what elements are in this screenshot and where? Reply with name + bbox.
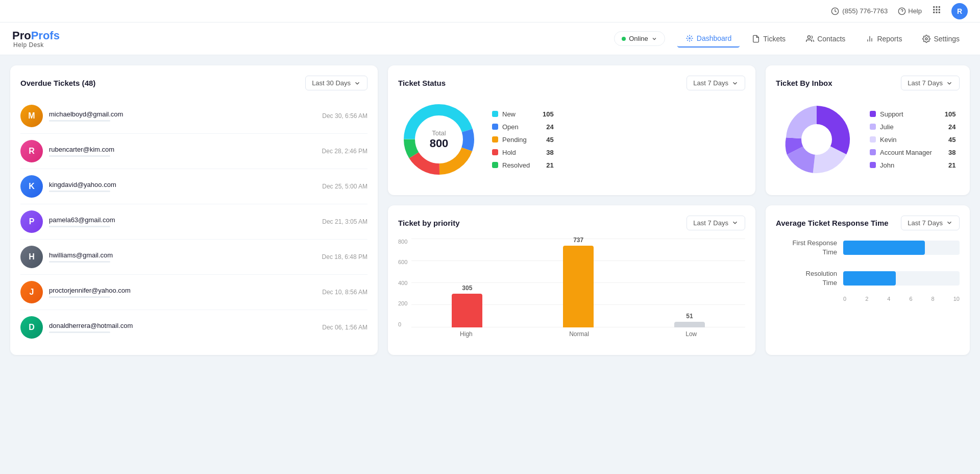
avg-response-header: Average Ticket Response Time Last 7 Days — [776, 216, 960, 230]
ticket-time: Dec 25, 5:00 AM — [322, 183, 368, 190]
user-avatar[interactable]: R — [951, 3, 968, 19]
legend-value: 38 — [948, 149, 955, 156]
chevron-down-icon — [946, 80, 953, 87]
overdue-tickets-header: Overdue Tickets (48) Last 30 Days — [20, 76, 368, 90]
ticket-inbox-filter[interactable]: Last 7 Days — [901, 76, 960, 90]
phone-info: (855) 776-7763 — [831, 7, 888, 15]
legend-label: Open — [502, 123, 519, 131]
ticket-status-title: Ticket Status — [398, 79, 446, 87]
ticket-item[interactable]: R rubencarter@kim.com Dec 28, 2:46 PM — [20, 134, 368, 169]
svg-point-12 — [689, 37, 690, 39]
overdue-tickets-card: Overdue Tickets (48) Last 30 Days M mich… — [10, 65, 378, 355]
ticket-time: Dec 21, 3:05 AM — [322, 218, 368, 225]
legend-left: Open — [492, 123, 519, 131]
ticket-inbox-pie-section: Support 105 Julie 24 Kevin 45 Account Ma… — [776, 99, 960, 180]
svg-rect-5 — [939, 6, 940, 8]
legend-dot — [492, 162, 498, 168]
legend-left: Resolved — [492, 161, 530, 169]
bar-label: High — [460, 330, 473, 338]
svg-point-13 — [807, 36, 810, 38]
y-axis: 0 200 400 600 800 — [398, 239, 411, 341]
legend-value: 45 — [948, 136, 955, 144]
help-link[interactable]: Help — [898, 7, 922, 15]
dashboard-main: Ticket Status Last 7 Days — [0, 55, 980, 365]
ticket-inbox-card: Ticket By Inbox Last 7 Days — [766, 65, 970, 195]
ticket-time: Dec 10, 8:56 AM — [322, 289, 368, 296]
ticket-status-filter[interactable]: Last 7 Days — [687, 76, 745, 90]
chevron-down-icon — [354, 80, 361, 87]
ticket-item[interactable]: D donaldherrera@hotmail.com Dec 06, 1:56… — [20, 310, 368, 345]
nav-tickets[interactable]: Tickets — [744, 31, 794, 47]
bar-item: 737 — [563, 236, 594, 327]
x-axis: 0 2 4 6 8 10 — [843, 296, 960, 302]
legend-left: John — [870, 161, 894, 169]
nav-contacts-label: Contacts — [817, 35, 845, 43]
nav-dashboard[interactable]: Dashboard — [677, 30, 740, 48]
logo-profs: Profs — [31, 29, 60, 42]
nav-contacts[interactable]: Contacts — [798, 31, 853, 47]
pie-chart — [776, 99, 857, 180]
legend-dot — [492, 111, 498, 117]
bar — [674, 322, 705, 327]
bar-item: 51 — [674, 313, 705, 327]
status-label: Online — [629, 35, 648, 42]
legend-dot — [492, 136, 498, 143]
ticket-status-header: Ticket Status Last 7 Days — [398, 76, 745, 90]
avatar-face: K — [20, 175, 43, 198]
ticket-inbox-filter-label: Last 7 Days — [908, 79, 943, 87]
ticket-status-donut-section: Total 800 New 105 Open 24 Pending 45 — [398, 99, 745, 180]
bar-label: Low — [685, 330, 697, 338]
ticket-priority-filter[interactable]: Last 7 Days — [687, 216, 745, 230]
legend-left: Account Manager — [870, 149, 932, 156]
reports-icon — [866, 35, 874, 43]
legend-value: 45 — [546, 136, 553, 144]
legend-dot — [492, 124, 498, 130]
overdue-filter[interactable]: Last 30 Days — [305, 76, 368, 90]
ticket-priority-header: Ticket by priority Last 7 Days — [398, 216, 745, 230]
nav-settings[interactable]: Settings — [914, 31, 968, 47]
ticket-priority-title: Ticket by priority — [398, 219, 460, 227]
ticket-status-filter-label: Last 7 Days — [693, 79, 728, 87]
donut-total-label: Total — [430, 129, 449, 137]
legend-item: Resolved 21 — [492, 161, 554, 169]
donut-center: Total 800 — [430, 129, 449, 150]
status-selector[interactable]: Online — [614, 31, 665, 46]
ticket-item[interactable]: H hwilliams@gmail.com Dec 18, 6:48 PM — [20, 240, 368, 275]
overdue-tickets-title: Overdue Tickets (48) — [20, 79, 95, 87]
logo-subtitle: Help Desk — [12, 41, 60, 49]
apps-grid[interactable] — [932, 5, 941, 17]
legend-left: Julie — [870, 123, 894, 131]
ticket-info: proctorjennifer@yahoo.com — [49, 287, 316, 298]
overdue-ticket-list: M michaelboyd@gmail.com Dec 30, 6:56 AM … — [20, 99, 368, 345]
resolution-label: Resolution Time — [776, 269, 837, 288]
bar-item: 305 — [452, 285, 482, 327]
legend-label: John — [880, 161, 894, 169]
legend-dot — [492, 149, 498, 155]
svg-rect-10 — [936, 12, 938, 13]
ticket-avatar: D — [20, 316, 43, 339]
ticket-info: michaelboyd@gmail.com — [49, 110, 316, 122]
legend-item: Support 105 — [870, 110, 955, 118]
ticket-bar — [49, 226, 110, 227]
legend-value: 105 — [543, 110, 554, 118]
bar-label: Normal — [569, 330, 589, 338]
ticket-info: donaldherrera@hotmail.com — [49, 322, 316, 333]
ticket-email: proctorjennifer@yahoo.com — [49, 287, 316, 294]
tickets-icon — [752, 35, 760, 43]
ticket-inbox-title: Ticket By Inbox — [776, 79, 832, 87]
avg-response-filter[interactable]: Last 7 Days — [901, 216, 960, 230]
legend-label: Julie — [880, 123, 894, 131]
nav-reports[interactable]: Reports — [857, 31, 910, 47]
ticket-item[interactable]: M michaelboyd@gmail.com Dec 30, 6:56 AM — [20, 99, 368, 134]
ticket-item[interactable]: J proctorjennifer@yahoo.com Dec 10, 8:56… — [20, 275, 368, 310]
ticket-time: Dec 30, 6:56 AM — [322, 112, 368, 120]
legend-dot — [870, 149, 876, 155]
ticket-item[interactable]: P pamela63@gmail.com Dec 21, 3:05 AM — [20, 204, 368, 240]
legend-value: 21 — [546, 161, 553, 169]
ticket-info: hwilliams@gmail.com — [49, 251, 316, 263]
chevron-down-icon — [946, 219, 953, 226]
avatar-face: P — [20, 210, 43, 233]
legend-item: Account Manager 38 — [870, 149, 955, 156]
ticket-item[interactable]: K kingdavid@yahoo.com Dec 25, 5:00 AM — [20, 169, 368, 204]
nav-reports-label: Reports — [877, 35, 902, 43]
